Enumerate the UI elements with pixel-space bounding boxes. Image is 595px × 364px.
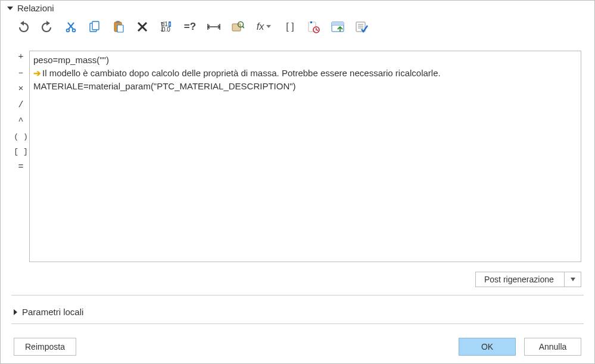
- editor-line: peso=mp_mass(""): [33, 54, 577, 67]
- verify-button[interactable]: [352, 18, 371, 36]
- svg-line-20: [242, 26, 244, 28]
- reset-button[interactable]: Reimposta: [14, 338, 76, 356]
- editor-area: + – × / ^ ( ) [ ] = peso=mp_mass("") ➔ I…: [13, 51, 581, 262]
- chevron-down-icon: [7, 5, 14, 12]
- function-button[interactable]: fx: [252, 18, 276, 36]
- svg-rect-29: [332, 22, 344, 25]
- svg-marker-2: [46, 21, 50, 26]
- cut-button[interactable]: [61, 18, 80, 36]
- svg-marker-21: [266, 25, 271, 28]
- op-parens[interactable]: ( ): [13, 132, 29, 141]
- svg-rect-18: [232, 24, 241, 31]
- divider: [11, 323, 584, 324]
- svg-rect-11: [117, 25, 123, 32]
- feature-info-button[interactable]: [228, 18, 247, 36]
- delete-button[interactable]: [133, 18, 152, 36]
- svg-marker-1: [20, 21, 24, 26]
- warning-arrow-icon: ➔: [33, 67, 41, 80]
- dropdown-toggle[interactable]: [565, 272, 581, 287]
- evaluate-button[interactable]: =?: [180, 18, 200, 36]
- editor-line: MATERIALE=material_param("PTC_MATERIAL_D…: [33, 80, 577, 93]
- parameter-list-button[interactable]: [328, 18, 347, 36]
- divider: [11, 295, 584, 295]
- operator-column: + – × / ^ ( ) [ ] =: [13, 51, 29, 262]
- redo-button[interactable]: [38, 18, 57, 36]
- toolbar: d1i 0.0 =?: [1, 15, 594, 39]
- op-slash[interactable]: /: [13, 100, 29, 110]
- svg-marker-0: [7, 7, 13, 10]
- svg-point-6: [73, 29, 76, 32]
- chevron-right-icon: [13, 309, 18, 316]
- svg-rect-10: [116, 21, 120, 23]
- op-caret[interactable]: ^: [13, 116, 29, 126]
- section-parametri-locali-header[interactable]: Parametri locali: [13, 307, 83, 317]
- dropdown-selected-label: Post rigenerazione: [475, 272, 565, 287]
- dimension-format-button[interactable]: d1i 0.0: [157, 18, 176, 36]
- relation-editor[interactable]: peso=mp_mass("") ➔ Il modello è cambiato…: [29, 51, 581, 262]
- paste-button[interactable]: [109, 18, 128, 36]
- op-plus[interactable]: +: [13, 52, 29, 62]
- op-minus[interactable]: –: [13, 68, 29, 78]
- section-title: Relazioni: [17, 3, 54, 13]
- op-brackets[interactable]: [ ]: [13, 147, 29, 156]
- measure-button[interactable]: [204, 18, 223, 36]
- copy-button[interactable]: [85, 18, 104, 36]
- svg-rect-8: [92, 21, 99, 30]
- section-relazioni-header[interactable]: Relazioni: [1, 1, 594, 15]
- svg-point-5: [67, 29, 70, 32]
- evaluation-time-dropdown[interactable]: Post rigenerazione: [475, 272, 581, 287]
- footer: Reimposta OK Annulla: [1, 330, 594, 363]
- ok-button[interactable]: OK: [459, 338, 516, 356]
- unit-info-button[interactable]: [304, 18, 323, 36]
- params-title: Parametri locali: [22, 307, 83, 317]
- cancel-button[interactable]: Annulla: [524, 338, 581, 356]
- svg-marker-35: [14, 309, 17, 315]
- svg-marker-34: [571, 278, 575, 281]
- brackets-button[interactable]: [ ]: [281, 18, 300, 36]
- svg-rect-23: [310, 21, 312, 23]
- undo-button[interactable]: [14, 18, 33, 36]
- editor-line-warning: ➔ Il modello è cambiato dopo calcolo del…: [33, 67, 577, 80]
- op-equals[interactable]: =: [13, 162, 29, 172]
- op-times[interactable]: ×: [13, 84, 29, 94]
- svg-line-26: [316, 30, 318, 30]
- relations-panel: Relazioni: [0, 0, 595, 364]
